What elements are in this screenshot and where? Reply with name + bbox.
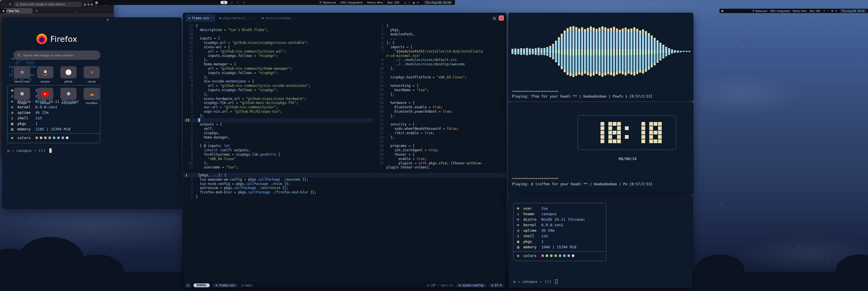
code-line[interactable]: 7 inputs.nixpkgs.follows = "nixpkgs"; — [183, 88, 373, 92]
tab-close-icon[interactable]: ✕ — [211, 17, 212, 20]
new-tab-search-bar[interactable]: Search with Google or enter address — [13, 51, 100, 60]
extensions-puzzle-icon[interactable]: ▣ — [84, 3, 86, 6]
code-line[interactable]: 4 firefox-mod-blur = pkgs.callPackage ./… — [183, 190, 506, 195]
code-line[interactable]: 3 nixpkgs, — [183, 131, 373, 135]
code-line[interactable]: 17 nixos-wsl = { — [183, 45, 373, 49]
code-line[interactable]: 29 ssh.startAgent = true; — [374, 148, 506, 152]
tab-close-icon[interactable]: ✕ — [253, 17, 255, 20]
back-button[interactable]: ‹ — [2, 3, 3, 6]
code-line[interactable]: 4 nixpkgs-f2k.url = "github:moni-dz/nixp… — [183, 101, 373, 105]
code-line[interactable]: 6 imports = [ — [374, 45, 506, 49]
night-light-icon[interactable]: ☾ — [408, 1, 411, 4]
code-line[interactable]: 3 astronvim = pkgs.callPackage ./astronv… — [183, 186, 506, 190]
code-line[interactable]: 22 — [374, 118, 506, 122]
night-light-icon[interactable]: ☾ — [827, 9, 829, 12]
shortcut-tile-chatgpt[interactable]: ❋chatgpt — [14, 88, 30, 105]
code-line[interactable]: 15 inputs.nixpkgs.follows = "nixpkgs"; — [183, 54, 373, 58]
code-line[interactable]: 7 inherit (self) outputs; — [183, 148, 373, 152]
code-line[interactable]: 10 ]; — [374, 66, 506, 71]
code-line[interactable]: 30 thunar = { — [374, 152, 506, 157]
code-line[interactable]: 20 — [183, 32, 373, 37]
code-line[interactable]: 6 } @ inputs: let — [183, 144, 373, 148]
reload-button[interactable]: ⟳ — [9, 3, 11, 6]
code-line[interactable]: 6 }; — [183, 92, 373, 97]
tab-hosts/isoImag...[interactable]: ❄hosts/isoImag...✕ — [259, 14, 302, 22]
panel-toggle-button[interactable]: ◪ — [492, 16, 497, 21]
code-line[interactable]: 4 ... — [374, 36, 506, 41]
shortcut-tile-amazon[interactable]: aamazon — [37, 66, 53, 83]
code-line[interactable]: 8 ../../modules/nixos/default.nix — [374, 58, 506, 62]
code-line[interactable]: 5 ... — [183, 140, 373, 144]
code-line[interactable]: 9 ../../modules/nixos/desktop/awesome — [374, 62, 506, 66]
code-line[interactable]: n-cd-minimal.nix" — [374, 54, 506, 58]
extension-pink-icon[interactable]: ◼ — [91, 3, 93, 6]
code-line[interactable]: 20 bluetooth.powerOnBoot = true; — [374, 110, 506, 114]
code-line[interactable]: 9 "x86_64-linux" — [183, 157, 373, 161]
code-line[interactable]: 5} — [183, 195, 506, 199]
code-line[interactable]: 1{ — [374, 24, 506, 28]
code-line[interactable]: 12 url = "github:nix-community/home-mana… — [183, 66, 373, 71]
workspace-button-1[interactable]: 1 — [220, 1, 227, 4]
code-line[interactable]: 32 plugins = with pkgs.xfce; [thunar-arc… — [374, 161, 506, 166]
code-line[interactable]: 5}: { — [374, 41, 506, 45]
editor-pane-left[interactable]: 22{21 description = "tux's NixOS Flake";… — [183, 22, 374, 171]
network-icon[interactable]: ≋ — [835, 9, 837, 12]
tab-pkgs/default...[interactable]: ❄pkgs/default...✕ — [216, 14, 258, 22]
extension-blue-icon[interactable]: ◼ — [88, 3, 90, 6]
code-line[interactable]: 14 networking = { — [374, 84, 506, 88]
code-line[interactable]: 16 }; — [374, 92, 506, 97]
shortcut-tile-claude[interactable]: ✳claude — [84, 66, 100, 83]
code-line[interactable]: 5 nixos-hardware.url = "github:nixos/nix… — [183, 97, 373, 101]
new-tab-button[interactable]: + — [34, 9, 39, 13]
launcher-grid-icon[interactable]: ▦ — [95, 0, 98, 5]
clock-widget[interactable]: Thu Aug 08, 18:18 — [840, 9, 866, 13]
code-line[interactable]: 22{ — [183, 24, 373, 28]
code-line[interactable]: 12 nixpkgs.hostPlatform = "x86_64-linux"… — [374, 75, 506, 80]
code-line[interactable]: 16 url = "github:nix-community/nixos-wsl… — [183, 49, 373, 54]
code-line[interactable]: 8 forAllSystems = nixpkgs.lib.genAttrs [ — [183, 152, 373, 157]
code-line[interactable]: 27 — [374, 140, 506, 144]
code-line[interactable]: 24 sudo.wheelNeedsPassword = false; — [374, 127, 506, 131]
url-bar[interactable]: Search with Google or enter address — [13, 2, 82, 7]
code-line[interactable]: 23 security = { — [374, 122, 506, 127]
code-line[interactable]: 31 enable = true; — [374, 157, 506, 161]
workspace-button-4[interactable]: 4 — [242, 1, 246, 4]
code-line[interactable]: 10 }; — [183, 75, 373, 80]
code-line[interactable]: 11 — [374, 71, 506, 75]
shortcut-tile-github[interactable]: github — [60, 66, 76, 83]
code-line[interactable]: 1 tux-awesome-wm-config = pkgs.callPacka… — [183, 177, 506, 182]
code-line[interactable]: 21 description = "tux's NixOS Flake"; — [183, 28, 373, 32]
forward-button[interactable]: › — [5, 3, 7, 6]
code-line[interactable]: 3 modulesPath, — [374, 32, 506, 37]
code-line[interactable]: 9 nix-vscode-extensions = { — [183, 79, 373, 84]
code-line[interactable]: 15 hostName = "iso"; — [374, 88, 506, 92]
clock-widget[interactable]: Thu Aug 08, 18:18 — [424, 1, 453, 4]
code-line[interactable]: 1 outputs = { — [183, 122, 373, 127]
tab-close-icon[interactable]: ✕ — [298, 17, 300, 20]
code-line[interactable]: 2 pkgs, — [374, 28, 506, 32]
code-line[interactable]: 21 }; — [374, 114, 506, 118]
code-line[interactable]: 19 inputs = { — [183, 36, 373, 41]
code-line[interactable]: 23 — [183, 118, 373, 122]
code-line[interactable]: 28 programs = { — [374, 144, 506, 148]
code-line[interactable]: plugin thunar-volman]; — [374, 165, 506, 170]
code-line[interactable]: 11 username = "tux"; — [183, 165, 373, 170]
code-line[interactable]: 2 self, — [183, 127, 373, 131]
code-line[interactable]: 2 tux-nvim-config = pkgs.callPackage ./n… — [183, 182, 506, 186]
personalize-gear-icon[interactable]: ⚙ — [106, 18, 109, 22]
code-line[interactable]: 25 rtkit.enable = true; — [374, 131, 506, 135]
editor-pane-bottom[interactable]: 1{pkgs, ...}: {1 tux-awesome-wm-config =… — [183, 171, 506, 282]
code-line[interactable]: 13 — [374, 79, 506, 84]
code-line[interactable]: 1{pkgs, ...}: { — [183, 173, 506, 177]
code-line[interactable]: 10 ]; — [183, 161, 373, 166]
code-line[interactable]: 3 nur.url = "github:nix-community/nur"; — [183, 105, 373, 110]
workspace-button-2[interactable]: 2 — [230, 1, 234, 4]
bluetooth-icon[interactable]: ◆ — [831, 9, 833, 12]
shortcut-tile-chat.openai[interactable]: ❋chat.openai — [60, 88, 76, 105]
code-line[interactable]: 8 url = "github:nix-community/nix-vscode… — [183, 84, 373, 88]
music-icon[interactable]: ♫ — [823, 9, 825, 12]
launcher-grid-icon[interactable]: ▦ — [2, 9, 5, 12]
window-close-button[interactable]: ✕ — [499, 16, 504, 21]
editor-pane-right[interactable]: 1{2 pkgs,3 modulesPath,4 ...5}: {6 impor… — [374, 22, 506, 171]
code-line[interactable]: 18 hardware = { — [374, 101, 506, 105]
